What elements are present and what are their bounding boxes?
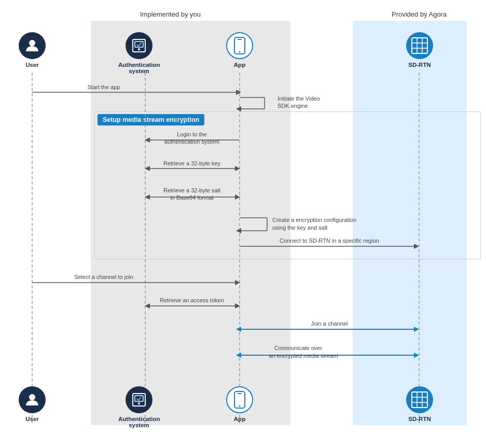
diagram-container: Implemented by you Provided by Agora Set… <box>0 0 486 448</box>
app-bottom-icon <box>226 386 253 413</box>
sdrtn-top-icon <box>406 32 433 59</box>
user-top-label: User <box>25 62 39 68</box>
sdrtn-bottom-label: SD-RTN <box>408 416 431 422</box>
sdrtn-top-label: SD-RTN <box>408 62 431 68</box>
user-top-actor: User <box>19 32 46 68</box>
svg-rect-54 <box>412 392 427 408</box>
user-bottom-actor: User <box>19 386 46 422</box>
app-top-actor: App <box>226 32 253 68</box>
app-top-icon <box>226 32 253 59</box>
svg-point-50 <box>138 402 140 404</box>
sdrtn-bottom-actor: SD-RTN <box>406 386 433 422</box>
sdrtn-bottom-icon <box>406 386 433 413</box>
svg-point-47 <box>29 394 35 400</box>
app-top-label: App <box>234 62 245 68</box>
auth-top-icon <box>126 32 152 59</box>
auth-bottom-icon <box>126 386 152 413</box>
user-bottom-label: User <box>25 416 39 422</box>
join-channel-label: Join a channel <box>311 320 348 327</box>
implemented-label: Implemented by you <box>140 10 201 18</box>
svg-rect-42 <box>412 38 427 53</box>
agora-label: Provided by Agora <box>392 10 447 18</box>
auth-top-actor: Authentication system <box>118 32 160 74</box>
auth-bottom-actor: Authentication system <box>118 386 160 428</box>
auth-top-label: Authentication system <box>118 62 160 74</box>
user-bottom-icon <box>19 386 46 413</box>
user-top-icon <box>19 32 46 59</box>
svg-point-53 <box>239 405 241 407</box>
svg-rect-52 <box>238 393 242 394</box>
app-bottom-label: App <box>234 416 245 422</box>
encryption-box <box>94 111 481 259</box>
sdrtn-top-actor: SD-RTN <box>406 32 433 68</box>
auth-bottom-label: Authentication system <box>118 416 160 428</box>
svg-point-41 <box>239 51 241 53</box>
svg-point-38 <box>138 48 140 50</box>
svg-point-35 <box>29 40 35 46</box>
encryption-box-label: Setup media stream encryption <box>98 114 204 125</box>
svg-rect-40 <box>238 39 242 40</box>
app-bottom-actor: App <box>226 386 253 422</box>
